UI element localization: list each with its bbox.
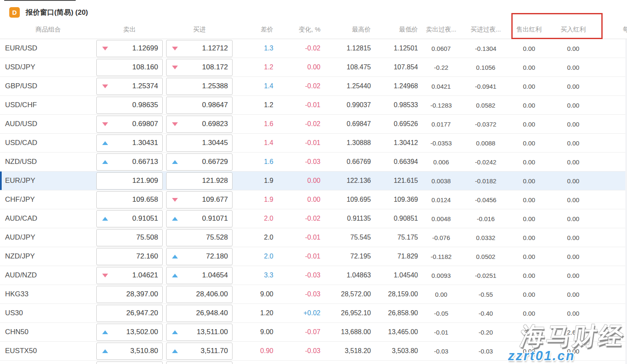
buy-price-button[interactable]: 0.98647 (166, 97, 233, 114)
buy-price-button[interactable]: 13,511.00 (166, 324, 233, 341)
buy-price-button[interactable]: 1.04654 (166, 267, 233, 284)
buy-price-button[interactable]: 0.91071 (166, 210, 233, 227)
sell-overnight-value: 0.0093 (418, 272, 464, 279)
buy-price-button[interactable]: 28,406.00 (166, 286, 233, 303)
sell-price-button[interactable] (96, 361, 163, 364)
spread-value: 0.90 (233, 347, 273, 355)
sell-price-value: 1.04621 (132, 271, 158, 280)
sell-price-button[interactable]: 75.508 (96, 229, 163, 246)
high-value: 3,518.20 (320, 347, 371, 355)
low-value: 0.66394 (371, 158, 418, 166)
column-header-high[interactable]: 最高价 (320, 26, 371, 34)
column-header-sell[interactable]: 卖出 (96, 26, 166, 34)
table-row[interactable]: EUR/USD 1.12699 1.12712 1.3 -0.02 1.1281… (0, 39, 627, 58)
table-row[interactable]: USD/CAD 1.30431 1.30445 1.4 -0.01 1.3088… (0, 134, 627, 153)
buy-price-button[interactable]: 72.180 (166, 248, 233, 265)
column-header-buy[interactable]: 买进 (166, 26, 233, 34)
buy-price-button[interactable]: 108.172 (166, 59, 233, 76)
table-row[interactable]: NZD/JPY 72.160 72.180 2.0 -0.01 72.195 7… (0, 247, 627, 266)
buy-price-button[interactable]: 1.12712 (166, 40, 233, 57)
high-value: 1.12815 (320, 45, 371, 52)
sell-overnight-value: -0.1182 (418, 253, 464, 260)
sell-price-button[interactable]: 0.66713 (96, 153, 163, 171)
buy-dividend-value: 0.00 (551, 158, 595, 166)
buy-price-button[interactable]: 26,948.40 (166, 305, 233, 322)
high-value: 109.695 (320, 196, 371, 203)
buy-price-button[interactable] (166, 361, 233, 364)
table-row[interactable]: AUD/USD 0.69807 0.69823 1.6 -0.02 0.6984… (0, 115, 627, 134)
sell-price-button[interactable]: 109.658 (96, 191, 163, 208)
buy-price-button[interactable]: 75.528 (166, 229, 233, 246)
table-row[interactable]: NZD/USD 0.66713 0.66729 1.6 -0.03 0.6676… (0, 153, 627, 171)
buy-price-button[interactable]: 3,511.70 (166, 343, 233, 360)
buy-price-value: 0.69823 (202, 120, 228, 128)
table-row[interactable]: USD/CHF 0.98635 0.98647 1.2 -0.01 0.9903… (0, 96, 627, 115)
sell-price-button[interactable]: 28,397.00 (96, 286, 163, 303)
column-header-change[interactable]: 变化, % (273, 26, 320, 34)
table-row[interactable]: GBP/USD 1.25374 1.25388 1.4 -0.02 1.2544… (0, 77, 627, 96)
sell-trend-icon (102, 122, 108, 126)
sell-price-button[interactable]: 26,947.20 (96, 305, 163, 322)
column-header-sell-overnight[interactable]: 卖出过夜... (418, 26, 464, 34)
sell-price-button[interactable]: 1.25374 (96, 78, 163, 95)
watermark-text: 海马财经 (519, 320, 627, 353)
buy-overnight-value: 0.0582 (464, 102, 507, 109)
buy-price-button[interactable]: 1.30445 (166, 135, 233, 152)
column-header-low[interactable]: 最低价 (371, 26, 418, 34)
table-row[interactable]: HKG33 28,397.00 28,406.00 9.00 -0.03 28,… (0, 285, 627, 304)
table-row[interactable]: CHF/JPY 109.658 109.677 1.9 0.00 109.695… (0, 190, 627, 209)
sell-dividend-value: 0.00 (507, 158, 551, 166)
symbol-label: AUD/USD (0, 120, 96, 128)
sell-price-button[interactable]: 0.91051 (96, 210, 163, 227)
sell-price-button[interactable]: 1.12699 (96, 40, 163, 57)
table-row[interactable]: EUR/JPY 121.909 121.928 1.9 0.00 122.136… (0, 171, 627, 190)
buy-overnight-value: 0.0088 (464, 140, 507, 147)
sell-price-button[interactable]: 0.69807 (96, 116, 163, 133)
sell-dividend-value: 0.00 (507, 121, 551, 128)
buy-dividend-value: 0.00 (551, 253, 595, 260)
low-value: 0.90851 (371, 215, 418, 222)
sell-price-button[interactable]: 0.98635 (96, 97, 163, 114)
buy-price-button[interactable]: 0.66729 (166, 153, 233, 171)
symbol-label: CHN50 (0, 328, 96, 336)
table-row[interactable]: AUD/JPY 75.508 75.528 2.0 -0.01 75.545 7… (0, 228, 627, 247)
buy-dividend-value: 0.00 (551, 121, 595, 128)
column-header-spread[interactable]: 差价 (233, 26, 273, 34)
buy-overnight-value: -0.55 (464, 291, 507, 298)
sell-price-value: 0.66713 (132, 158, 158, 166)
buy-dividend-value: 0.00 (551, 234, 595, 241)
buy-overnight-value: -0.016 (464, 215, 507, 222)
spread-value: 9.00 (233, 290, 273, 298)
sell-price-button[interactable]: 1.04621 (96, 267, 163, 284)
change-percent-value: +0.02 (273, 309, 320, 317)
table-row[interactable]: AUD/NZD 1.04621 1.04654 3.3 -0.03 1.0486… (0, 266, 627, 285)
scrollbar-track[interactable] (625, 39, 627, 364)
sell-dividend-value: 0.00 (507, 272, 551, 279)
buy-price-button[interactable]: 0.69823 (166, 116, 233, 133)
change-percent-value: -0.01 (273, 234, 320, 241)
table-row[interactable]: USD/JPY 108.160 108.172 1.2 0.00 108.475… (0, 58, 627, 77)
sell-price-button[interactable]: 121.909 (96, 172, 163, 190)
spread-value: 2.0 (233, 253, 273, 260)
table-row[interactable]: AUD/CAD 0.91051 0.91071 2.0 -0.02 0.9113… (0, 209, 627, 228)
symbol-label: AUD/NZD (0, 271, 96, 280)
buy-price-value: 109.677 (202, 195, 228, 204)
sell-price-button[interactable]: 13,502.00 (96, 324, 163, 341)
sell-price-button[interactable]: 72.160 (96, 248, 163, 265)
change-percent-value: -0.02 (273, 120, 320, 128)
buy-price-button[interactable]: 121.928 (166, 172, 233, 190)
buy-overnight-value: 0.1056 (464, 64, 507, 71)
buy-price-value: 72.180 (206, 252, 228, 261)
column-header-symbol[interactable]: 商品组合 (0, 26, 96, 34)
symbol-label: EUSTX50 (0, 347, 96, 355)
sell-price-button[interactable]: 1.30431 (96, 135, 163, 152)
buy-price-button[interactable]: 1.25388 (166, 78, 233, 95)
buy-price-button[interactable]: 109.677 (166, 191, 233, 208)
buy-trend-icon (172, 274, 178, 277)
symbol-label: GBP/USD (0, 82, 96, 90)
low-value: 121.615 (371, 177, 418, 185)
column-header-buy-overnight[interactable]: 买进过夜... (464, 26, 507, 34)
sell-price-button[interactable]: 3,510.80 (96, 343, 163, 360)
app-d-icon: D (9, 7, 20, 18)
sell-price-button[interactable]: 108.160 (96, 59, 163, 76)
